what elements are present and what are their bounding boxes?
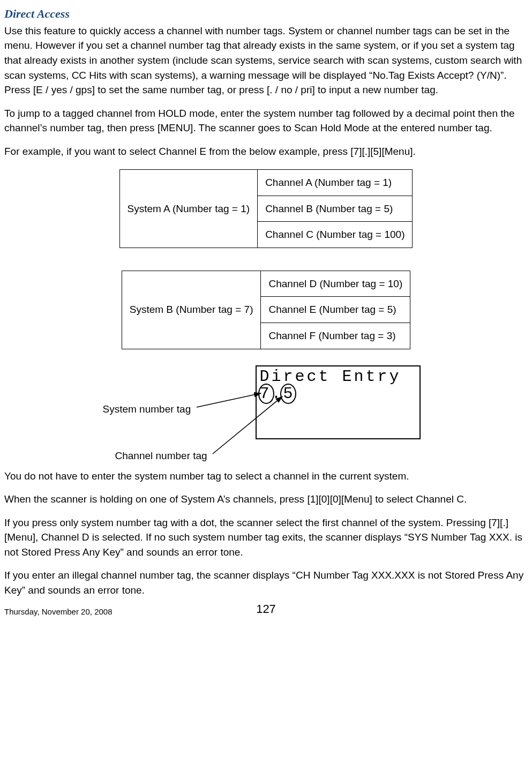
system-a-label: System A (Number tag = 1) [119,169,258,248]
paragraph: If you press only system number tag with… [4,515,528,560]
paragraph: You do not have to enter the system numb… [4,469,528,484]
paragraph: If you enter an illegal channel number t… [4,568,528,597]
lcd-screen: Direct Entry 7.5 [256,365,421,439]
paragraph: When the scanner is holding on one of Sy… [4,492,528,507]
channel-cell: Channel E (Number tag = 5) [260,297,410,323]
example-tables: System A (Number tag = 1) Channel A (Num… [4,169,528,349]
paragraph: To jump to a tagged channel from HOLD mo… [4,106,528,136]
footer-date: Thursday, November 20, 2008 [4,606,113,618]
channel-cell: Channel A (Number tag = 1) [257,169,413,196]
system-a-table: System A (Number tag = 1) Channel A (Num… [119,169,413,248]
circle-annotation-icon [258,384,274,404]
section-heading: Direct Access [4,5,528,23]
lcd-line2: 7.5 [260,386,295,402]
channel-cell: Channel D (Number tag = 10) [260,271,410,297]
page-footer: Thursday, November 20, 2008 127 [4,606,528,618]
system-number-tag-label: System number tag [103,402,191,417]
system-b-table: System B (Number tag = 7) Channel D (Num… [122,271,410,349]
circle-annotation-icon [280,384,296,404]
channel-cell: Channel B (Number tag = 5) [257,196,413,222]
system-b-label: System B (Number tag = 7) [122,271,261,349]
lcd-line1: Direct Entry [260,369,416,385]
svg-line-0 [197,393,261,407]
channel-cell: Channel C (Number tag = 100) [257,222,413,248]
lcd-diagram: Direct Entry 7.5 System number tag Chann… [79,365,454,459]
paragraph: Use this feature to quickly access a cha… [4,24,528,98]
channel-cell: Channel F (Number tag = 3) [260,323,410,349]
page-number: 127 [256,601,276,618]
channel-number-tag-label: Channel number tag [115,448,207,463]
paragraph: For example, if you want to select Chann… [4,144,528,159]
